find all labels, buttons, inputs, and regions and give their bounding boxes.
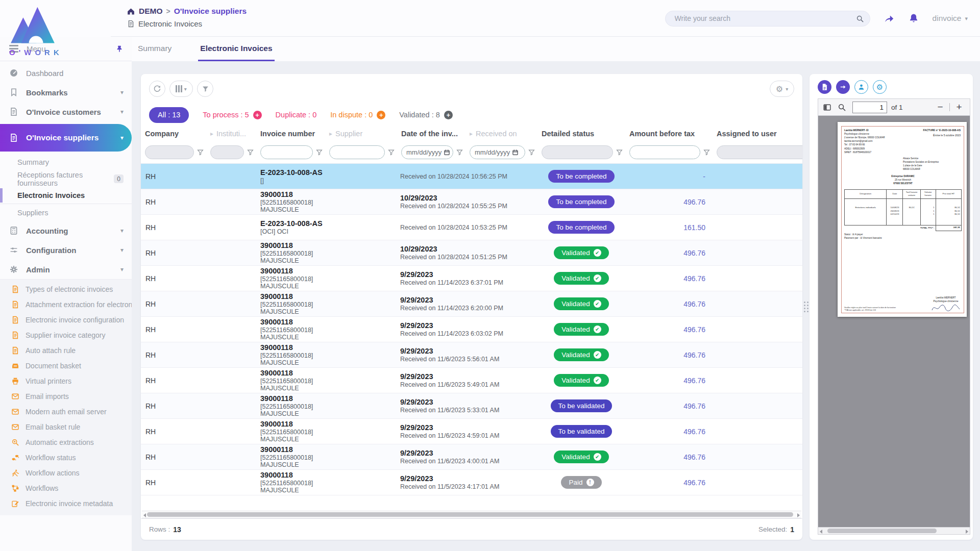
table-row[interactable]: RH39000118[52251165800018] MAJUSCULE9/29…: [141, 393, 802, 419]
column-header-received-on[interactable]: ▸Received on: [465, 130, 537, 138]
panel-resize-handle[interactable]: [802, 74, 810, 540]
date-filter-input[interactable]: mm/dd/yyyy: [470, 145, 525, 159]
sidebar-item-attachment-extraction-for-electron[interactable]: Attachment extraction for electron: [0, 297, 132, 312]
app-logo[interactable]: O'WORK: [8, 5, 85, 57]
sidebar-item-electronic-invoices[interactable]: Electronic Invoices: [0, 187, 132, 204]
column-header-supplier[interactable]: ▸Supplier: [325, 130, 397, 138]
filter-funnel-icon[interactable]: [456, 148, 463, 156]
sidebar-item-document-basket[interactable]: Document basket: [0, 358, 132, 373]
status-badge[interactable]: Validated✔: [554, 348, 608, 361]
status-badge[interactable]: To be completed: [548, 195, 614, 208]
sidebar-item-modern-auth-email-server[interactable]: Modern auth email server: [0, 404, 132, 419]
amount-link[interactable]: 496.76: [683, 274, 705, 283]
status-badge[interactable]: Validated✔: [554, 323, 608, 336]
sidebar-item-workflow-actions[interactable]: Workflow actions: [0, 465, 132, 481]
filter-funnel-icon[interactable]: [528, 148, 535, 156]
sidebar-item-configuration[interactable]: Configuration ▾: [0, 240, 132, 260]
home-icon[interactable]: [127, 7, 135, 16]
table-row[interactable]: RH39000118[52251165800018] MAJUSCULE9/29…: [141, 291, 802, 317]
column-filter-input[interactable]: [329, 145, 385, 159]
plus-circle-icon[interactable]: +: [444, 111, 453, 119]
amount-link[interactable]: 496.76: [683, 249, 705, 257]
table-horizontal-scrollbar[interactable]: [142, 511, 801, 518]
status-badge[interactable]: Validated✔: [554, 297, 608, 310]
pdf-horizontal-scrollbar[interactable]: [818, 527, 970, 534]
plus-circle-icon[interactable]: +: [253, 111, 262, 119]
amount-link[interactable]: 161.50: [683, 223, 705, 232]
pdf-search-icon[interactable]: [838, 103, 846, 112]
column-header-date-of-the-inv-[interactable]: Date of the inv...: [397, 130, 465, 138]
table-row[interactable]: RH39000118[52251165800018] MAJUSCULE9/29…: [141, 368, 802, 393]
assign-user-button[interactable]: [854, 80, 868, 94]
filter-tab-2[interactable]: Duplicate : 0: [276, 111, 317, 119]
status-badge[interactable]: Validated✔: [554, 374, 608, 387]
tab-summary[interactable]: Summary: [136, 37, 174, 61]
status-badge[interactable]: Validated✔: [554, 246, 608, 259]
filter-tab-0[interactable]: All : 13: [149, 107, 189, 123]
column-header-invoice-number[interactable]: Invoice number: [256, 130, 325, 138]
table-settings-button[interactable]: ⚙ ▾: [770, 81, 794, 97]
sidebar-item-suppliers[interactable]: Suppliers: [0, 204, 132, 221]
sidebar-item-admin[interactable]: Admin ▾: [0, 260, 132, 279]
filter-tab-3[interactable]: In dispute : 0+: [330, 111, 385, 119]
sidebar-item-types-of-electronic-invoices[interactable]: Types of electronic invoices: [0, 282, 132, 297]
sidebar-item-email-imports[interactable]: Email imports: [0, 389, 132, 404]
sidebar-item-dashboard[interactable]: Dashboard: [0, 63, 132, 83]
table-row[interactable]: RH39000118[52251165800018] MAJUSCULE10/2…: [141, 240, 802, 266]
search-icon[interactable]: [856, 15, 864, 23]
sidebar-item-supplier-invoice-category[interactable]: Supplier invoice category: [0, 328, 132, 343]
zoom-in-button[interactable]: +: [953, 102, 965, 113]
sidebar-item-bookmarks[interactable]: Bookmarks ▾: [0, 83, 132, 102]
share-icon[interactable]: [884, 13, 895, 24]
status-badge[interactable]: To be validated: [551, 425, 612, 438]
amount-link[interactable]: 496.76: [683, 402, 705, 410]
amount-link[interactable]: 496.76: [683, 198, 705, 206]
filter-tab-1[interactable]: To process : 5+: [203, 111, 261, 119]
pdf-canvas-area[interactable]: Laetitia WERNERT- EIPsychologue clinicie…: [818, 116, 970, 527]
column-header-company[interactable]: Company: [141, 130, 206, 138]
sidebar-item-electronic-invoice-metadata[interactable]: Electronic invoice metadata: [0, 496, 132, 511]
column-header-instituti-[interactable]: ▸Instituti...: [206, 130, 256, 138]
scroll-right-icon[interactable]: [966, 530, 968, 534]
table-row[interactable]: RH39000118[52251165800018] MAJUSCULE10/2…: [141, 189, 802, 215]
column-header-detailed-status[interactable]: Detailed status: [537, 130, 625, 138]
date-filter-input[interactable]: mm/dd/yyyy: [401, 145, 453, 159]
amount-link[interactable]: 496.76: [683, 377, 705, 385]
status-badge[interactable]: To be completed: [548, 221, 614, 234]
filter-funnel-icon[interactable]: [315, 148, 323, 156]
table-row[interactable]: RH39000118[52251165800018] MAJUSCULE9/29…: [141, 317, 802, 342]
filter-funnel-icon[interactable]: [247, 148, 254, 156]
filter-funnel-icon[interactable]: [197, 148, 204, 156]
expand-arrow-icon[interactable]: ▸: [470, 130, 473, 137]
sidebar-item-virtual-printers[interactable]: Virtual printers: [0, 373, 132, 389]
scroll-right-icon[interactable]: [797, 513, 800, 517]
download-pdf-button[interactable]: [818, 80, 831, 94]
filter-funnel-icon[interactable]: [387, 148, 395, 156]
column-header-amount-before-tax[interactable]: Amount before tax: [625, 130, 713, 138]
amount-link[interactable]: 496.76: [683, 325, 705, 334]
status-badge[interactable]: Validated✔: [554, 272, 608, 285]
sidebar-item-summary[interactable]: Summary: [0, 154, 132, 170]
sidebar-item-electronic-invoice-configuration[interactable]: Electronic invoice configuration: [0, 312, 132, 328]
scrollbar-thumb[interactable]: [827, 529, 937, 533]
zoom-out-button[interactable]: −: [934, 102, 946, 113]
search-input[interactable]: [666, 14, 870, 22]
preview-settings-button[interactable]: ⚙: [873, 80, 887, 94]
breadcrumb-home[interactable]: DEMO: [139, 7, 163, 16]
column-filter-input[interactable]: [629, 145, 700, 159]
table-row[interactable]: RH39000118[52251165800018] MAJUSCULE9/29…: [141, 419, 802, 444]
amount-link[interactable]: 496.76: [683, 351, 705, 359]
plus-circle-icon[interactable]: +: [377, 111, 385, 119]
table-row[interactable]: RHE-2023-10-008-AS[OCI] OCIReceived on 1…: [141, 215, 802, 240]
breadcrumb-section[interactable]: O'Invoice suppliers: [174, 7, 247, 16]
scroll-left-icon[interactable]: [820, 530, 822, 534]
status-badge[interactable]: To be completed: [548, 170, 614, 183]
tab-electronic-invoices[interactable]: Electronic Invoices: [198, 37, 274, 61]
sidebar-item-oinvoice-customers[interactable]: O'Invoice customers ▾: [0, 102, 132, 121]
filter-funnel-icon[interactable]: [616, 148, 623, 156]
status-badge[interactable]: Validated✔: [554, 450, 608, 463]
sidebar-item-accounting[interactable]: Accounting ▾: [0, 221, 132, 240]
table-row[interactable]: RH39000118[52251165800018] MAJUSCULE9/29…: [141, 470, 802, 495]
amount-link[interactable]: 496.76: [683, 479, 705, 487]
table-row[interactable]: RH39000118[52251165800018] MAJUSCULE9/29…: [141, 266, 802, 291]
